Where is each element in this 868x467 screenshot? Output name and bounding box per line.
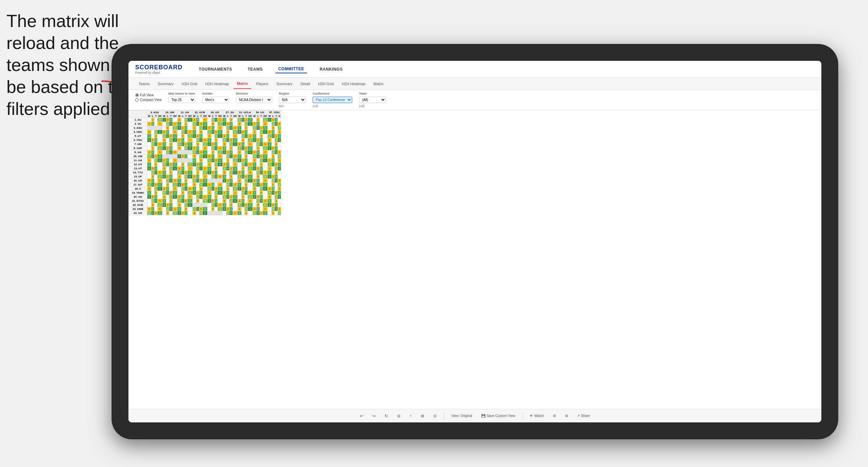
matrix-cell bbox=[214, 122, 217, 126]
team-select[interactable]: (All) bbox=[359, 97, 386, 103]
redo-button[interactable]: ↪ bbox=[370, 413, 378, 419]
matrix-cell: 1 bbox=[271, 150, 274, 154]
nav-rankings[interactable]: RANKINGS bbox=[317, 66, 345, 73]
gender-select[interactable]: Men's Women's bbox=[202, 97, 229, 103]
view-original-button[interactable]: View: Original bbox=[449, 413, 474, 419]
share-button[interactable]: ↗ Share bbox=[575, 413, 592, 419]
zoom-reset-button[interactable]: + bbox=[408, 413, 414, 419]
matrix-cell bbox=[196, 126, 199, 130]
matrix-cell: 1 bbox=[263, 158, 267, 163]
nav-committee[interactable]: COMMITTEE bbox=[275, 65, 307, 73]
matrix-cell: 1 bbox=[230, 122, 233, 126]
max-teams-select[interactable]: Top 25 Top 50 All bbox=[168, 97, 195, 103]
matrix-cell: 2 bbox=[222, 167, 226, 171]
matrix-cell: 2 bbox=[275, 150, 278, 154]
subnav-h2h-grid2[interactable]: H2H Grid bbox=[315, 79, 337, 89]
row-label: 1. AU bbox=[129, 118, 147, 122]
matrix-cell bbox=[166, 154, 169, 158]
subnav-matrix2[interactable]: Matrix bbox=[370, 79, 387, 89]
matrix-cell: 1 bbox=[263, 118, 267, 122]
conference-select[interactable]: Pac-12 Conference (All) ACC Big Ten Big … bbox=[313, 97, 352, 103]
matrix-cell: 0 bbox=[188, 187, 192, 191]
matrix-cell bbox=[263, 134, 267, 138]
matrix-cell: 1 bbox=[151, 118, 154, 122]
zoom-out-button[interactable]: ⊖ bbox=[395, 413, 403, 419]
matrix-cell bbox=[222, 154, 226, 158]
matrix-cell: 2 bbox=[271, 130, 274, 134]
subnav-detail[interactable]: Detail bbox=[297, 79, 313, 89]
matrix-cell: 2 bbox=[248, 138, 252, 142]
settings-icon: ⚙ bbox=[553, 414, 556, 418]
matrix-cell: 2 bbox=[196, 163, 199, 167]
matrix-cell: 1 bbox=[238, 187, 242, 191]
matrix-cell: 0 bbox=[158, 146, 162, 150]
matrix-cell: 0 bbox=[278, 158, 281, 163]
matrix-cell bbox=[202, 130, 207, 134]
subnav-summary2[interactable]: Summary bbox=[273, 79, 296, 89]
matrix-cell bbox=[169, 154, 172, 158]
matrix-cell: 2 bbox=[226, 191, 230, 195]
matrix-content[interactable]: 3. ASU 10. UW 11. UA 22. UCB 24. UO 27. … bbox=[128, 110, 821, 409]
matrix-cell: 1 bbox=[214, 163, 217, 167]
matrix-cell: 1 bbox=[147, 183, 151, 187]
matrix-cell: 1 bbox=[275, 195, 278, 199]
matrix-cell bbox=[188, 126, 192, 130]
matrix-cell bbox=[196, 130, 199, 134]
region-select[interactable]: N/A East West South Midwest bbox=[279, 97, 306, 103]
matrix-cell: 1 bbox=[263, 146, 267, 150]
matrix-cell: 2 bbox=[230, 199, 233, 203]
col-t-uu: T bbox=[260, 115, 263, 118]
watch-button[interactable]: 👁 Watch bbox=[528, 413, 546, 419]
full-view-radio[interactable]: Full View bbox=[135, 93, 162, 97]
subnav-teams[interactable]: Teams bbox=[135, 79, 153, 89]
division-select[interactable]: NCAA Division I NCAA Division II NCAA Di… bbox=[236, 97, 272, 103]
matrix-cell bbox=[192, 199, 196, 203]
matrix-cell bbox=[241, 207, 244, 211]
matrix-cell: 0 bbox=[208, 142, 212, 146]
matrix-cell bbox=[147, 142, 151, 146]
logo-title: SCOREBOARD bbox=[135, 64, 183, 71]
undo-button[interactable]: ↩ bbox=[358, 413, 365, 419]
matrix-cell: 0 bbox=[218, 163, 222, 167]
matrix-cell bbox=[166, 138, 169, 142]
matrix-cell bbox=[208, 146, 212, 150]
matrix-table: 3. ASU 10. UW 11. UA 22. UCB 24. UO 27. … bbox=[128, 110, 281, 215]
matrix-cell: 0 bbox=[233, 158, 237, 163]
refresh-button[interactable]: ↻ bbox=[383, 413, 390, 419]
compact-view-radio[interactable]: Compact View bbox=[135, 98, 162, 102]
subnav-h2h-grid1[interactable]: H2H Grid bbox=[178, 79, 200, 89]
nav-teams[interactable]: TEAMS bbox=[245, 66, 266, 73]
matrix-cell bbox=[208, 179, 212, 183]
col-header-uo: 24. UO bbox=[208, 110, 223, 115]
matrix-cell: 0 bbox=[196, 138, 199, 142]
save-custom-button[interactable]: 💾 Save Custom View bbox=[479, 413, 517, 419]
settings-button[interactable]: ⚙ bbox=[551, 413, 558, 419]
matrix-cell: 0 bbox=[177, 175, 182, 179]
matrix-cell bbox=[268, 150, 272, 154]
subnav-h2h-heatmap2[interactable]: H2H Heatmap bbox=[338, 79, 369, 89]
subnav-players[interactable]: Players bbox=[252, 79, 272, 89]
row-label: 5. UT bbox=[129, 134, 147, 138]
full-view-dot bbox=[135, 94, 139, 97]
matrix-cell: 3 bbox=[196, 146, 199, 150]
col-t-asu: T bbox=[154, 115, 157, 118]
nav-tournaments[interactable]: TOURNAMENTS bbox=[196, 66, 235, 73]
matrix-cell: 2 bbox=[271, 154, 274, 158]
matrix-cell bbox=[218, 179, 222, 183]
matrix-cell bbox=[218, 171, 222, 175]
matrix-cell bbox=[154, 179, 157, 183]
subnav-h2h-heatmap1[interactable]: H2H Heatmap bbox=[202, 79, 232, 89]
subnav-summary1[interactable]: Summary bbox=[154, 79, 177, 89]
matrix-cell: 2 bbox=[222, 134, 226, 138]
clock-button[interactable]: ⊙ bbox=[431, 413, 439, 419]
matrix-cell: 2 bbox=[252, 150, 257, 154]
subnav-matrix1[interactable]: Matrix bbox=[234, 79, 251, 89]
zoom-in-button[interactable]: ⊕ bbox=[419, 413, 426, 419]
grid-button[interactable]: ⊞ bbox=[563, 413, 570, 419]
col-header-su: 27. SU bbox=[222, 110, 238, 115]
matrix-cell bbox=[196, 203, 199, 207]
matrix-cell bbox=[147, 203, 151, 207]
matrix-cell bbox=[244, 171, 247, 175]
matrix-cell bbox=[218, 167, 222, 171]
matrix-cell: 2 bbox=[199, 158, 202, 163]
